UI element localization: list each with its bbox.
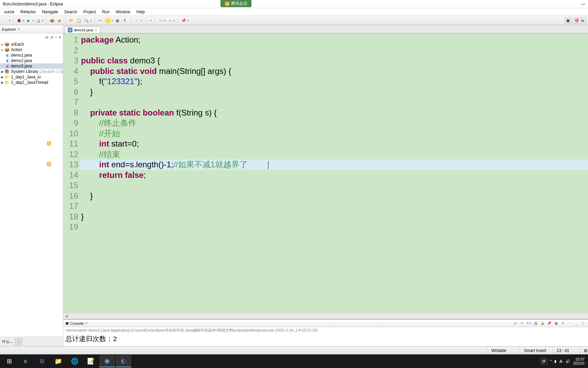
line-number[interactable]: 15 [63,180,80,191]
collapse-all-icon[interactable]: ⊟ [45,35,48,40]
console-output[interactable]: 总计递归次数：2 [63,334,588,344]
code-content[interactable]: package Action;public class demo3 { publ… [80,33,588,313]
min-icon[interactable]: _ [574,321,579,326]
search-icon[interactable]: 🔍 [83,17,89,24]
code-line-14[interactable]: return false; [80,170,588,181]
dropdown-icon[interactable]: ▾ [23,19,24,22]
code-line-15[interactable] [80,180,588,191]
scroll-left-icon[interactable]: ◀ [63,314,69,318]
menu-refactor[interactable]: Refactor [18,9,38,15]
close-icon[interactable]: ✕ [95,28,97,32]
open-task-icon[interactable]: 📋 [76,17,82,24]
volume-icon[interactable]: 🔊 [566,359,570,364]
open-perspective-button[interactable]: ▦ [565,18,571,24]
line-number[interactable]: 10 [63,128,80,139]
code-line-2[interactable] [80,45,588,56]
scroll-lock-icon[interactable]: 🔒 [540,321,545,326]
code-line-17[interactable] [80,201,588,212]
prev-annotation-icon[interactable]: ↑ [143,17,149,24]
pin-icon[interactable]: 📌 [181,17,187,24]
start-button[interactable]: ⊞ [1,355,17,367]
max-icon[interactable]: □ [581,321,586,326]
usb-icon[interactable]: ▮ [554,359,556,364]
view-menu-icon[interactable]: ▾ [59,35,61,40]
explorer-tab[interactable]: Explorer ✕ [0,25,63,33]
warning-marker-icon[interactable] [47,162,51,166]
code-editor[interactable]: 12345678910111213141516171819 package Ac… [63,33,588,313]
dropdown-icon[interactable]: ▾ [164,19,165,22]
line-number[interactable]: 17 [63,201,80,212]
run-icon[interactable]: ▶ [26,17,32,24]
system-tray[interactable]: 拼 ^ ▮ 🖧 🔊 10:37 2022/2 [541,357,587,365]
dropdown-icon[interactable]: ▾ [141,19,142,22]
remove-all-icon[interactable]: ✕✕ [526,321,532,326]
code-line-4[interactable]: public static void main(String[] args) { [80,66,588,77]
edge-icon[interactable]: e [18,355,33,367]
menu-window[interactable]: Window [113,9,133,15]
tree-item-demo3-java[interactable]: ◐ demo3.java [0,63,63,69]
code-line-1[interactable]: package Action; [80,35,588,45]
tree-item-1_day1_java_io[interactable]: ▸ 📁 1_day1_Java_io [0,74,63,80]
line-number[interactable]: 3 [63,56,80,66]
ime-indicator[interactable]: 拼 [541,358,547,365]
new-class-icon[interactable]: ◉ [56,17,63,24]
java-perspective-button[interactable]: 🎯 Ja [573,18,586,24]
pin-console-icon[interactable]: 📌 [546,321,552,326]
line-number[interactable]: 14 [63,170,80,181]
menu-help[interactable]: Help [134,9,148,15]
line-number[interactable]: 2 [63,45,80,56]
notepad-icon[interactable]: 📝 [83,355,99,367]
open-type-icon[interactable]: 📂 [68,17,75,24]
chrome-icon[interactable]: 🌐 [67,355,82,367]
line-number[interactable]: 6 [63,87,80,97]
terminate-icon[interactable]: ■ [512,321,518,326]
close-icon[interactable]: ✕ [85,321,88,325]
tree-item-system-library-[interactable]: ▸ 📚 System Library [JavaSE-1.6] [0,69,63,74]
code-line-7[interactable] [80,97,588,108]
status-overview[interactable]: ⊞ [579,347,588,354]
clock[interactable]: 10:37 2022/2 [573,357,585,365]
network-icon[interactable]: 🖧 [559,359,563,363]
file-explorer-icon[interactable]: 📁 [50,355,66,367]
coverage-icon[interactable]: 📊 [35,17,41,24]
line-number[interactable]: 7 [63,97,80,108]
dropdown-icon[interactable]: ▾ [112,19,113,22]
dropdown-icon[interactable]: ▾ [187,19,189,22]
code-line-3[interactable]: public class demo3 { [80,56,588,66]
minimize-button[interactable]: — [581,2,585,6]
tree-item-oreach[interactable]: ▸ 📦 orEach [0,42,63,47]
new-icon[interactable]: 📄 [2,17,8,24]
line-number[interactable]: 5 [63,76,80,87]
code-line-5[interactable]: f("123321"); [80,76,588,87]
code-line-18[interactable]: } [80,212,588,222]
dropdown-icon[interactable]: ▾ [32,19,34,22]
remove-launch-icon[interactable]: ✕ [519,321,525,326]
line-gutter[interactable]: 12345678910111213141516171819 [63,33,80,313]
code-line-9[interactable]: //终止条件 [80,118,588,128]
tree-item-action[interactable]: ▸ 📦 Action [0,47,63,52]
dropdown-icon[interactable]: ▾ [150,19,151,22]
show-whitespace-icon[interactable]: ¶ [122,17,128,24]
display-console-icon[interactable]: ▦ [553,321,559,326]
code-line-8[interactable]: private static boolean f(String s) { [80,108,588,118]
tree-item-2_day2_javathread[interactable]: ▸ 📁 2_day2_JavaThread [0,80,63,85]
close-icon[interactable]: ✕ [17,27,20,31]
clear-console-icon[interactable]: ▤ [533,321,538,326]
highlight-icon[interactable]: ▢ [105,17,111,24]
tencent-meeting-icon[interactable]: ◉ [99,355,115,367]
dropdown-icon[interactable]: ▾ [174,19,175,22]
menu-run[interactable]: Run [99,9,112,15]
eclipse-icon[interactable]: ◐ [116,355,131,367]
tree-item-demo2-java[interactable]: ◐ demo2.java [0,58,63,63]
forward-icon[interactable]: ⇨ [167,17,173,24]
line-number[interactable]: 9 [63,118,80,128]
console-tab[interactable]: ▣ Console ✕ [65,321,88,325]
code-line-10[interactable]: //开始 [80,128,588,139]
dropdown-icon[interactable]: ▾ [9,19,10,22]
new-console-icon[interactable]: ▫ [567,321,572,326]
menu-ource[interactable]: ource [1,9,17,15]
tree-item-demo1-java[interactable]: ◐ demo1.java [0,52,63,58]
code-line-12[interactable]: //结束 [80,149,588,160]
dropdown-icon[interactable]: ▾ [90,19,92,22]
tray-up-icon[interactable]: ^ [550,359,552,363]
